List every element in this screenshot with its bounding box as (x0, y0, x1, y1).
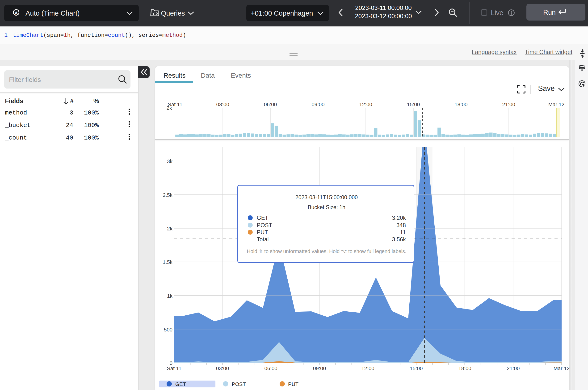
svg-text:18:00: 18:00 (455, 101, 467, 107)
svg-text:09:00: 09:00 (311, 101, 324, 107)
svg-text:3k: 3k (167, 158, 173, 164)
svg-text:06:00: 06:00 (264, 101, 277, 107)
svg-text:2.5k: 2.5k (163, 192, 173, 198)
svg-text:1k: 1k (167, 293, 173, 299)
svg-text:09:00: 09:00 (313, 365, 326, 371)
svg-text:Mar 12: Mar 12 (553, 365, 570, 371)
svg-text:15:00: 15:00 (407, 101, 420, 107)
svg-text:Sat 11: Sat 11 (167, 365, 181, 371)
svg-text:2k: 2k (167, 226, 173, 232)
svg-text:06:00: 06:00 (264, 365, 277, 371)
svg-text:21:00: 21:00 (506, 365, 520, 371)
svg-text:2k: 2k (167, 105, 172, 111)
svg-text:15:00: 15:00 (410, 365, 422, 371)
svg-text:12:00: 12:00 (361, 365, 374, 371)
svg-text:Mar 12: Mar 12 (548, 101, 564, 107)
svg-text:12:00: 12:00 (359, 101, 372, 107)
svg-text:21:00: 21:00 (502, 101, 515, 107)
svg-text:500: 500 (164, 327, 172, 333)
svg-text:03:00: 03:00 (216, 365, 229, 371)
svg-text:18:00: 18:00 (458, 365, 471, 371)
svg-text:03:00: 03:00 (216, 101, 229, 107)
svg-text:1.5k: 1.5k (163, 259, 173, 265)
